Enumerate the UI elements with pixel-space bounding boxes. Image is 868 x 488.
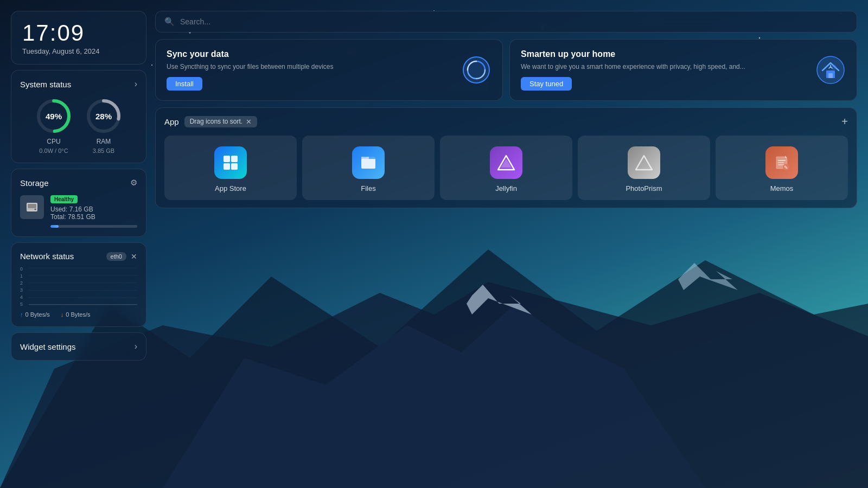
drag-sort-badge: Drag icons to sort. ✕ xyxy=(184,116,257,127)
upload-stat: ↑ 0 Bytes/s xyxy=(20,311,50,318)
clock-time: 17:09 xyxy=(22,20,135,46)
ram-sub: 3.85 GB xyxy=(93,147,114,154)
cpu-sub: 0.0W / 0°C xyxy=(39,147,68,154)
upload-value: 0 Bytes/s xyxy=(25,311,50,318)
photoprism-label: PhotoPrism xyxy=(626,184,662,192)
app-item-appstore[interactable]: App Store xyxy=(164,136,297,200)
promo-row: Sync your data Use Syncthing to sync you… xyxy=(155,39,857,101)
widget-settings-chevron-icon: › xyxy=(135,342,137,351)
system-status-header: System status › xyxy=(20,79,137,89)
download-arrow-icon: ↓ xyxy=(61,311,64,318)
network-interface-badge: eth0 xyxy=(106,252,126,261)
widget-settings-row[interactable]: Widget settings › xyxy=(20,342,137,351)
app-item-jellyfin[interactable]: Jellyfin xyxy=(440,136,572,200)
storage-title: Storage xyxy=(20,178,49,188)
network-title: Network status xyxy=(20,252,74,261)
ram-value: 28% xyxy=(95,112,112,121)
storage-bar-fill xyxy=(50,225,59,228)
chart-y-labels: 5 4 3 2 1 0 xyxy=(20,266,28,307)
drag-sort-text: Drag icons to sort. xyxy=(190,118,242,125)
jellyfin-icon xyxy=(490,146,522,179)
storage-bar-track xyxy=(50,225,137,228)
files-label: Files xyxy=(361,184,375,192)
cpu-label: CPU xyxy=(47,138,60,145)
cpu-value: 49% xyxy=(46,112,62,121)
search-bar[interactable]: 🔍 xyxy=(155,11,857,33)
app-section-label: App xyxy=(164,117,179,126)
smarthome-promo-title: Smarten up your home xyxy=(521,49,808,59)
widget-settings-label: Widget settings xyxy=(20,342,76,351)
jellyfin-label: Jellyfin xyxy=(495,184,517,192)
smarthome-promo-action: Stay tuned xyxy=(521,77,808,91)
storage-row: Healthy Used: 7.16 GB Total: 78.51 GB xyxy=(20,195,137,228)
svg-text:✎: ✎ xyxy=(784,165,788,170)
smarthome-promo-desc: We want to give you a smart home experie… xyxy=(521,62,808,72)
storage-header: Storage ⚙ xyxy=(20,178,137,188)
drag-badge-close-icon[interactable]: ✕ xyxy=(246,118,252,126)
svg-rect-43 xyxy=(231,163,238,170)
clock-widget: 17:09 Tuesday, August 6, 2024 xyxy=(11,11,146,65)
app-section: App Drag icons to sort. ✕ + xyxy=(155,107,857,208)
add-app-button[interactable]: + xyxy=(841,115,848,128)
sync-promo-text: Sync your data Use Syncthing to sync you… xyxy=(167,49,454,91)
storage-widget: Storage ⚙ Healthy Used: 7.16 GB Total: 7… xyxy=(11,169,146,237)
appstore-label: App Store xyxy=(215,184,246,192)
cpu-circle: 49% xyxy=(34,97,73,136)
svg-rect-26 xyxy=(28,204,36,208)
network-stats: ↑ 0 Bytes/s ↓ 0 Bytes/s xyxy=(20,311,137,318)
install-button[interactable]: Install xyxy=(167,77,202,91)
storage-info: Healthy Used: 7.16 GB Total: 78.51 GB xyxy=(50,195,137,228)
sync-promo-title: Sync your data xyxy=(167,49,454,59)
svg-rect-51 xyxy=(778,162,784,163)
system-status-title: System status xyxy=(20,80,71,89)
sync-promo-action: Install xyxy=(167,77,454,91)
smarthome-promo-card: Smarten up your home We want to give you… xyxy=(509,39,857,101)
smarthome-promo-text: Smarten up your home We want to give you… xyxy=(521,49,808,91)
sync-promo-card: Sync your data Use Syncthing to sync you… xyxy=(155,39,503,101)
svg-rect-40 xyxy=(224,156,230,162)
svg-rect-38 xyxy=(828,73,833,78)
gauges-row: 49% CPU 0.0W / 0°C 28% RAM 3.85 xyxy=(20,97,137,154)
main-content: 17:09 Tuesday, August 6, 2024 System sta… xyxy=(0,0,868,488)
memos-label: Memos xyxy=(770,184,794,192)
storage-gear-icon[interactable]: ⚙ xyxy=(130,178,137,188)
stay-tuned-button[interactable]: Stay tuned xyxy=(521,77,572,91)
download-stat: ↓ 0 Bytes/s xyxy=(61,311,91,318)
svg-point-28 xyxy=(35,209,36,210)
search-input[interactable] xyxy=(180,17,848,26)
storage-total: Total: 78.51 GB xyxy=(50,213,137,221)
svg-point-39 xyxy=(831,65,837,70)
system-status-widget: System status › 49% CPU 0.0W / 0°C xyxy=(11,70,146,163)
sync-promo-desc: Use Syncthing to sync your files between… xyxy=(167,62,454,72)
system-status-chevron-icon[interactable]: › xyxy=(135,79,137,89)
sync-icon-wrap xyxy=(461,55,492,85)
app-item-files[interactable]: Files xyxy=(302,136,435,200)
smarthome-icon-wrap xyxy=(815,55,846,85)
svg-rect-42 xyxy=(224,163,230,170)
storage-used: Used: 7.16 GB xyxy=(50,206,137,213)
network-widget: Network status eth0 ✕ 5 4 3 2 1 0 xyxy=(11,242,146,327)
ram-gauge: 28% RAM 3.85 GB xyxy=(84,97,123,154)
network-close-icon[interactable]: ✕ xyxy=(131,252,137,261)
photoprism-icon xyxy=(628,146,660,179)
right-panel: 🔍 Sync your data Use Syncthing to sync y… xyxy=(155,11,857,477)
svg-point-36 xyxy=(817,56,844,84)
appstore-icon xyxy=(214,146,247,179)
app-grid: App Store Files xyxy=(164,136,848,200)
clock-date: Tuesday, August 6, 2024 xyxy=(22,47,135,55)
memos-icon: ✎ xyxy=(765,146,798,179)
storage-drive-icon xyxy=(20,195,44,219)
search-icon: 🔍 xyxy=(164,17,175,27)
left-panel: 17:09 Tuesday, August 6, 2024 System sta… xyxy=(11,11,146,477)
widget-settings-card[interactable]: Widget settings › xyxy=(11,332,146,361)
storage-status-badge: Healthy xyxy=(50,195,78,203)
app-header: App Drag icons to sort. ✕ + xyxy=(164,115,848,128)
ram-label: RAM xyxy=(97,138,111,145)
network-chart: 5 4 3 2 1 0 xyxy=(20,266,137,307)
app-item-photoprism[interactable]: PhotoPrism xyxy=(578,136,710,200)
app-item-memos[interactable]: ✎ Memos xyxy=(716,136,848,200)
svg-rect-41 xyxy=(231,156,238,162)
files-icon xyxy=(352,146,385,179)
ram-circle: 28% xyxy=(84,97,123,136)
svg-rect-50 xyxy=(778,160,786,161)
